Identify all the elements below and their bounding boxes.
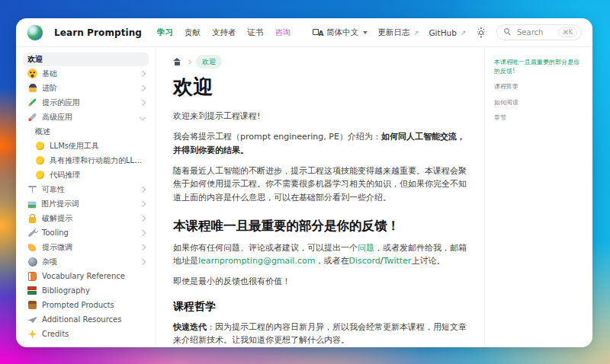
sidebar-item[interactable]: 进阶 xyxy=(23,81,149,95)
sidebar-item-label: 欢迎 xyxy=(27,54,43,65)
toc-item[interactable]: 本课程唯一且最重要的部分是你的反馈! xyxy=(494,58,583,75)
sidebar-item-label: 破解提示 xyxy=(42,213,72,224)
sidebar-item[interactable]: 具有推理和行动能力的LLMs xyxy=(30,154,149,168)
sidebar-item-label: 提示的应用 xyxy=(42,97,80,108)
chevron-right-icon xyxy=(139,230,145,236)
sidebar-item[interactable]: 代码推理 xyxy=(30,168,149,182)
sidebar-nav: 欢迎基础进阶提示的应用高级应用概述LLMs使用工具具有推理和行动能力的LLMs代… xyxy=(16,47,156,347)
toc-item[interactable]: 如何阅读 xyxy=(494,98,583,107)
text-span: ：因为提示工程的内容日新月异，所以我会经常更新本课程，用短文章来介绍新技术。让我… xyxy=(173,322,467,346)
language-label: 简体中文 xyxy=(326,27,358,38)
text-span: 欢迎来到提示工程课程! xyxy=(173,111,260,121)
chevron-right-icon xyxy=(139,201,145,207)
toc-item[interactable]: 章节 xyxy=(494,113,583,123)
navbar-link[interactable]: 咨询 xyxy=(275,27,291,38)
chevron-down-icon xyxy=(139,114,145,120)
search-input[interactable]: Search ⌘K xyxy=(496,24,582,41)
sidebar-item[interactable]: 破解提示 xyxy=(23,212,149,225)
sidebar-item-label: 代码推理 xyxy=(50,170,80,180)
text-span: 上讨论。 xyxy=(411,256,445,266)
sidebar-item[interactable]: 提示的应用 xyxy=(23,96,149,110)
lock-icon xyxy=(27,213,37,223)
sidebar-item[interactable]: LLMs使用工具 xyxy=(30,139,149,153)
sidebar-item[interactable]: 基础 xyxy=(23,67,149,81)
sidebar-item-label: 提示微调 xyxy=(42,242,72,253)
text-span: ，或者在 xyxy=(315,256,348,266)
chevron-right-icon xyxy=(139,216,145,222)
book-icon xyxy=(28,272,37,281)
navbar-link[interactable]: 支持者 xyxy=(212,27,236,38)
yellow-circle-icon xyxy=(36,156,44,164)
sidebar-item[interactable]: Bibliography xyxy=(23,284,149,298)
sidebar-item-label: 基础 xyxy=(42,69,57,79)
table-of-contents: 本课程唯一且最重要的部分是你的反馈!课程哲学如何阅读章节 xyxy=(484,47,592,347)
sidebar-item-label: 可靠性 xyxy=(42,184,65,195)
home-icon[interactable] xyxy=(173,58,181,65)
rocket-icon xyxy=(27,112,37,122)
changelog-link[interactable]: 更新日志 ↗ xyxy=(377,27,419,38)
chevron-right-icon xyxy=(139,244,145,251)
sidebar-item-label: Credits xyxy=(42,330,69,338)
paragraph: 即使是最小的反馈也很有价值！ xyxy=(173,275,467,289)
muscle-icon xyxy=(27,242,37,252)
learn-prompting-logo[interactable] xyxy=(27,24,43,41)
inline-link[interactable]: learnprompting@gmail.com xyxy=(198,256,315,266)
package-icon xyxy=(28,301,37,309)
sidebar-item[interactable]: Vocabulary Reference xyxy=(23,270,149,283)
navbar-links: 学习贡献支持者证书咨询 xyxy=(157,27,291,38)
inline-link[interactable]: Twitter xyxy=(384,256,412,266)
sidebar-item-label: 高级应用 xyxy=(42,112,72,123)
inline-link[interactable]: Discord xyxy=(348,256,380,266)
navbar-link[interactable]: 学习 xyxy=(157,27,173,38)
breadcrumb-current[interactable]: 欢迎 xyxy=(196,55,222,69)
sidebar-item-label: 具有推理和行动能力的LLMs xyxy=(50,155,144,166)
sidebar-item-label: 进阶 xyxy=(42,83,57,94)
section-heading: 课程哲学 xyxy=(173,300,467,314)
language-selector[interactable]: 简体中文 xyxy=(313,27,368,38)
sidebar-item[interactable]: 可靠性 xyxy=(23,183,149,196)
navbar-link[interactable]: 贡献 xyxy=(185,27,201,38)
sidebar-item[interactable]: 欢迎 xyxy=(23,53,149,66)
sidebar-item-label: Bibliography xyxy=(42,286,90,295)
breadcrumb: 欢迎 xyxy=(173,55,467,69)
external-link-icon: ↗ xyxy=(461,29,466,37)
sidebar-item-label: 图片提示词 xyxy=(41,199,79,209)
sidebar-item-label: 概述 xyxy=(35,126,50,137)
navbar-link[interactable]: 证书 xyxy=(248,27,264,38)
paragraph: 快速迭代：因为提示工程的内容日新月异，所以我会经常更新本课程，用短文章来介绍新技… xyxy=(173,321,467,347)
sidebar-item-label: Additional Resources xyxy=(42,315,121,324)
wrench-icon xyxy=(27,228,37,238)
brand-name[interactable]: Learn Prompting xyxy=(54,27,142,38)
chevron-right-icon xyxy=(139,187,145,193)
sidebar-item[interactable]: 杂项 xyxy=(23,255,149,269)
chevron-right-icon xyxy=(139,259,145,265)
yellow-circle-icon xyxy=(36,142,44,150)
wizard-icon xyxy=(29,84,37,92)
paragraph: 欢迎来到提示工程课程! xyxy=(173,110,467,123)
sidebar-item[interactable]: Prompted Products xyxy=(23,299,149,312)
text-span: 即使是最小的反馈也很有价值！ xyxy=(173,276,291,286)
plane-icon xyxy=(27,315,37,324)
sidebar-item[interactable]: 高级应用 xyxy=(23,110,149,124)
chevron-right-icon xyxy=(139,85,145,91)
sidebar-item[interactable]: 概述 xyxy=(30,125,149,139)
inline-link[interactable]: 问题 xyxy=(358,243,374,253)
globe-icon xyxy=(28,257,37,267)
paragraph: 我会将提示工程（prompt engineering, PE）介绍为：如何同人工… xyxy=(173,130,467,157)
page-title: 欢迎 xyxy=(173,74,467,101)
search-icon xyxy=(504,28,512,37)
sidebar-item[interactable]: Additional Resources xyxy=(23,313,149,327)
sidebar-item[interactable]: 图片提示词 xyxy=(23,197,149,211)
sidebar-item[interactable]: 提示微调 xyxy=(23,241,149,254)
books-icon xyxy=(27,286,37,295)
app-window: Learn Prompting 学习贡献支持者证书咨询 简体中文 更新日志 ↗ … xyxy=(16,18,592,347)
sun-icon[interactable] xyxy=(476,27,486,38)
sidebar-item-label: Tooling xyxy=(42,228,69,237)
text-span: 如果你有任何问题、评论或者建议，可以提出一个 xyxy=(173,243,358,253)
sidebar-item[interactable]: Credits xyxy=(23,327,149,341)
toc-item[interactable]: 课程哲学 xyxy=(494,82,583,91)
sidebar-item[interactable]: Tooling xyxy=(23,226,149,240)
paragraph: 随着最近人工智能的不断进步，提示工程这项技能变得越来越重要。本课程会聚焦于如何使… xyxy=(173,164,467,205)
github-link[interactable]: GitHub ↗ xyxy=(429,28,466,37)
pencil-icon xyxy=(27,97,37,107)
